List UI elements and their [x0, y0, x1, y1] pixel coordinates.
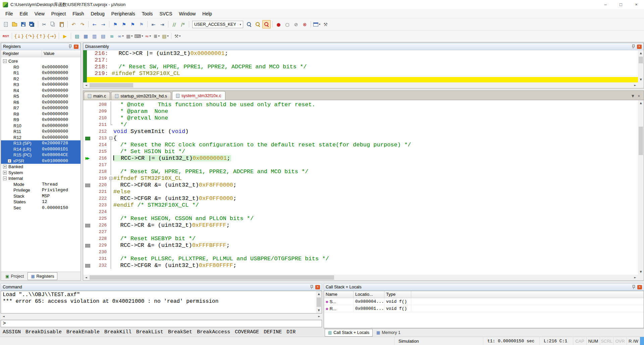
find-in-files-icon[interactable] [245, 20, 253, 28]
command-button-breakset[interactable]: BreakSet [166, 328, 194, 336]
editor-hscrollbar[interactable]: ◄ ► [83, 275, 644, 280]
scroll-left-icon[interactable]: ◄ [1, 314, 6, 319]
menu-item-help[interactable]: Help [199, 9, 215, 18]
clear-bookmarks-icon[interactable]: ⚑ [137, 20, 146, 28]
editor-line[interactable]: 225 /* Reset HSEON, CSSON and PLLON bits… [83, 215, 638, 222]
editor-line[interactable]: 229 RCC->CR &= (uint32_t)0xFFFBFFFF; [83, 242, 638, 249]
indent-icon[interactable]: ⇥ [158, 20, 166, 28]
kill-all-breakpoints-icon[interactable]: ⊗ [301, 20, 309, 28]
value-column-header[interactable]: Value [42, 50, 80, 57]
expander-icon[interactable]: + [3, 165, 7, 168]
cut-icon[interactable]: ✂ [40, 20, 48, 28]
comment-icon[interactable]: // [170, 20, 178, 28]
editor-line[interactable]: 226 RCC->CR &= (uint32_t)0xFEF6FFFF; [83, 222, 638, 229]
scroll-up-icon[interactable]: ▲ [638, 100, 644, 106]
window-layout-icon[interactable]: ▾ [313, 20, 321, 28]
enable-breakpoint-icon[interactable]: ○ [283, 20, 291, 28]
scroll-right-icon[interactable]: ► [632, 275, 638, 280]
symbols-window-icon[interactable]: ▥ [90, 32, 99, 40]
command-button-breakkill[interactable]: BreakKill [102, 328, 133, 336]
location-column-header[interactable]: Locatio... [354, 291, 384, 298]
save-all-icon[interactable] [28, 20, 36, 28]
expander-icon[interactable]: + [3, 171, 7, 175]
scroll-down-icon[interactable]: ▼ [638, 269, 644, 275]
menu-item-tools[interactable]: Tools [139, 9, 156, 18]
step-into-icon[interactable]: {↓} [14, 32, 24, 40]
pin-icon[interactable] [632, 285, 635, 289]
disassembly-window-icon[interactable]: ▦ [82, 32, 90, 40]
editor-line[interactable]: 221#else [83, 189, 638, 195]
next-bookmark-icon[interactable]: ⚑ [128, 20, 137, 28]
register-row[interactable]: R40x00000000 [1, 88, 80, 94]
command-button-breakenable[interactable]: BreakEnable [64, 328, 102, 336]
register-row[interactable]: R50x00000000 [1, 93, 80, 99]
scrollbar-thumb[interactable] [639, 57, 643, 63]
register-row[interactable]: +xPSR0x01000000 [1, 158, 80, 164]
redo-icon[interactable]: ↷ [78, 20, 87, 28]
command-button-define[interactable]: DEFINE [262, 328, 284, 336]
editor-line[interactable]: 209 * @param None [83, 108, 638, 115]
scroll-up-icon[interactable]: ▲ [316, 291, 322, 297]
pin-icon[interactable] [310, 285, 313, 289]
maximize-button[interactable]: □ [613, 0, 629, 9]
previous-bookmark-icon[interactable]: ⚑ [120, 20, 128, 28]
register-row[interactable]: R90x00000000 [1, 117, 80, 123]
scroll-down-icon[interactable]: ▼ [638, 77, 644, 82]
scrollbar-thumb[interactable] [90, 83, 133, 87]
editor-line[interactable]: 220 RCC->CFGR &= (uint32_t)0xF8FF0000; [83, 182, 638, 189]
scroll-up-icon[interactable]: ▲ [638, 50, 644, 56]
menu-item-peripherals[interactable]: Peripherals [108, 9, 139, 18]
register-row[interactable]: R10x00000000 [1, 70, 80, 76]
editor-line[interactable]: 218 /* Reset SW, HPRE, PPRE1, PPRE2, ADC… [83, 168, 638, 175]
fold-collapse-icon[interactable]: − [109, 177, 112, 180]
command-button-breaklist[interactable]: BreakList [134, 328, 165, 336]
editor-line[interactable]: ▶▶216 RCC->CR |= (uint32_t)0x00000001; [83, 155, 638, 162]
editor-line[interactable]: 224 [83, 209, 638, 215]
editor-line[interactable]: 219−#ifndef STM32F10X_CL [83, 175, 638, 182]
register-row[interactable]: R30x00000000 [1, 82, 80, 88]
menu-item-flash[interactable]: Flash [69, 9, 87, 18]
fold-collapse-icon[interactable]: − [109, 137, 112, 140]
editor-tab-main-c[interactable]: main.c [84, 92, 110, 100]
incremental-find-icon[interactable] [262, 20, 271, 28]
scrollbar-thumb[interactable] [639, 127, 643, 155]
new-file-icon[interactable] [2, 20, 10, 28]
pin-icon[interactable] [632, 44, 635, 49]
editor-line[interactable]: 232 RCC->CFGR &= (uint32_t)0xFF80FFFF; [83, 262, 638, 269]
editor-line[interactable]: 212void SystemInit (void) [83, 128, 638, 135]
editor-line[interactable]: 213−{ [83, 135, 638, 142]
menu-item-view[interactable]: View [31, 9, 48, 18]
close-icon[interactable]: × [74, 45, 78, 49]
editor-line[interactable]: 214 /* Reset the RCC clock configuration… [83, 142, 638, 148]
editor-line[interactable]: 230 [83, 249, 638, 256]
register-row[interactable]: R20x00000000 [1, 76, 80, 82]
expander-icon[interactable]: − [3, 177, 7, 180]
disable-all-breakpoints-icon[interactable]: ⊘ [292, 20, 300, 28]
navigate-back-icon[interactable]: ← [90, 20, 99, 28]
scrollbar-thumb[interactable] [317, 297, 321, 307]
editor-line[interactable]: 211 */ [83, 122, 638, 128]
run-to-line-icon[interactable]: {→} [47, 32, 57, 40]
step-over-icon[interactable]: {↷} [25, 32, 36, 40]
pin-icon[interactable] [68, 44, 71, 49]
command-button-assign[interactable]: ASSIGN [1, 328, 23, 336]
watch-window-icon[interactable]: ∞▾ [116, 32, 125, 40]
serial-window-icon[interactable]: ⌨▾ [134, 32, 143, 40]
reset-icon[interactable]: RST [2, 32, 10, 40]
name-column-header[interactable]: Name [324, 291, 354, 298]
register-row[interactable]: +System [1, 170, 80, 176]
expander-icon[interactable]: + [8, 159, 11, 163]
panel-tab-registers[interactable]: ▦Registers [28, 272, 57, 280]
tab-list-icon[interactable]: ▼ [632, 94, 634, 98]
menu-item-debug[interactable]: Debug [88, 9, 108, 18]
insert-breakpoint-icon[interactable]: ● [274, 20, 283, 28]
outdent-icon[interactable]: ⇤ [149, 20, 158, 28]
save-icon[interactable] [19, 20, 28, 28]
menu-item-edit[interactable]: Edit [16, 9, 31, 18]
bottom-tab-call-stack-locals[interactable]: ▤Call Stack + Locals [325, 329, 373, 337]
configure-icon[interactable]: ⚒ [321, 20, 330, 28]
register-row[interactable]: R60x00000000 [1, 99, 80, 106]
scroll-track[interactable] [638, 56, 644, 77]
scroll-track[interactable] [638, 106, 644, 269]
copy-icon[interactable] [49, 20, 57, 28]
